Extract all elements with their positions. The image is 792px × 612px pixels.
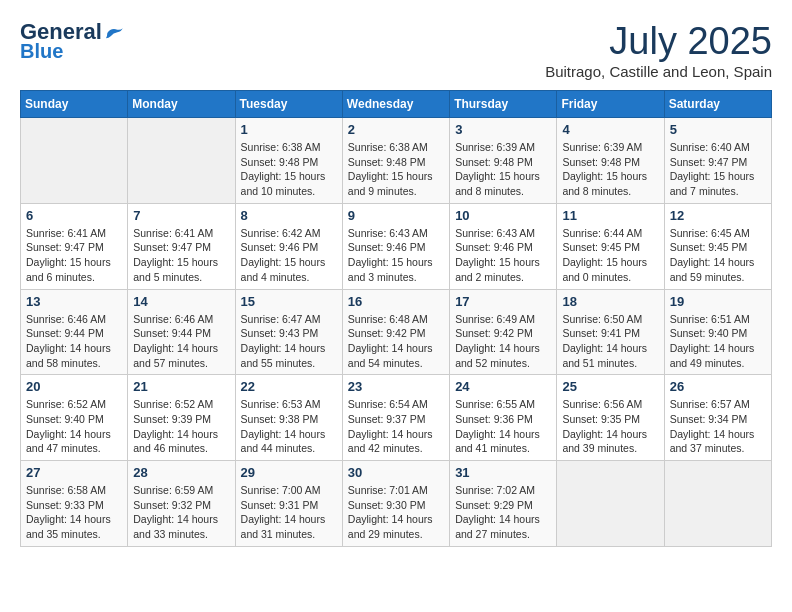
- day-info: Sunrise: 7:02 AM Sunset: 9:29 PM Dayligh…: [455, 483, 551, 542]
- day-info: Sunrise: 6:57 AM Sunset: 9:34 PM Dayligh…: [670, 397, 766, 456]
- day-info: Sunrise: 6:43 AM Sunset: 9:46 PM Dayligh…: [348, 226, 444, 285]
- day-cell: 17Sunrise: 6:49 AM Sunset: 9:42 PM Dayli…: [450, 289, 557, 375]
- header-day-monday: Monday: [128, 91, 235, 118]
- day-number: 18: [562, 294, 658, 309]
- day-number: 19: [670, 294, 766, 309]
- day-number: 13: [26, 294, 122, 309]
- day-number: 22: [241, 379, 337, 394]
- day-cell: 2Sunrise: 6:38 AM Sunset: 9:48 PM Daylig…: [342, 118, 449, 204]
- day-cell: 18Sunrise: 6:50 AM Sunset: 9:41 PM Dayli…: [557, 289, 664, 375]
- day-info: Sunrise: 6:45 AM Sunset: 9:45 PM Dayligh…: [670, 226, 766, 285]
- day-number: 5: [670, 122, 766, 137]
- day-info: Sunrise: 6:54 AM Sunset: 9:37 PM Dayligh…: [348, 397, 444, 456]
- day-cell: 14Sunrise: 6:46 AM Sunset: 9:44 PM Dayli…: [128, 289, 235, 375]
- day-cell: 29Sunrise: 7:00 AM Sunset: 9:31 PM Dayli…: [235, 461, 342, 547]
- day-info: Sunrise: 6:44 AM Sunset: 9:45 PM Dayligh…: [562, 226, 658, 285]
- month-title: July 2025: [545, 20, 772, 63]
- day-cell: 12Sunrise: 6:45 AM Sunset: 9:45 PM Dayli…: [664, 203, 771, 289]
- day-number: 26: [670, 379, 766, 394]
- week-row-1: 6Sunrise: 6:41 AM Sunset: 9:47 PM Daylig…: [21, 203, 772, 289]
- header-day-sunday: Sunday: [21, 91, 128, 118]
- day-info: Sunrise: 6:58 AM Sunset: 9:33 PM Dayligh…: [26, 483, 122, 542]
- day-cell: 31Sunrise: 7:02 AM Sunset: 9:29 PM Dayli…: [450, 461, 557, 547]
- day-cell: 13Sunrise: 6:46 AM Sunset: 9:44 PM Dayli…: [21, 289, 128, 375]
- day-cell: 28Sunrise: 6:59 AM Sunset: 9:32 PM Dayli…: [128, 461, 235, 547]
- day-cell: 6Sunrise: 6:41 AM Sunset: 9:47 PM Daylig…: [21, 203, 128, 289]
- day-info: Sunrise: 6:50 AM Sunset: 9:41 PM Dayligh…: [562, 312, 658, 371]
- header-day-thursday: Thursday: [450, 91, 557, 118]
- day-cell: [21, 118, 128, 204]
- day-cell: [664, 461, 771, 547]
- day-cell: 10Sunrise: 6:43 AM Sunset: 9:46 PM Dayli…: [450, 203, 557, 289]
- day-info: Sunrise: 7:00 AM Sunset: 9:31 PM Dayligh…: [241, 483, 337, 542]
- day-number: 15: [241, 294, 337, 309]
- logo-blue: Blue: [20, 40, 63, 62]
- day-info: Sunrise: 7:01 AM Sunset: 9:30 PM Dayligh…: [348, 483, 444, 542]
- day-info: Sunrise: 6:48 AM Sunset: 9:42 PM Dayligh…: [348, 312, 444, 371]
- day-cell: 22Sunrise: 6:53 AM Sunset: 9:38 PM Dayli…: [235, 375, 342, 461]
- week-row-0: 1Sunrise: 6:38 AM Sunset: 9:48 PM Daylig…: [21, 118, 772, 204]
- day-info: Sunrise: 6:38 AM Sunset: 9:48 PM Dayligh…: [348, 140, 444, 199]
- day-cell: 11Sunrise: 6:44 AM Sunset: 9:45 PM Dayli…: [557, 203, 664, 289]
- day-number: 21: [133, 379, 229, 394]
- day-info: Sunrise: 6:41 AM Sunset: 9:47 PM Dayligh…: [26, 226, 122, 285]
- day-number: 3: [455, 122, 551, 137]
- day-number: 17: [455, 294, 551, 309]
- day-number: 27: [26, 465, 122, 480]
- location: Buitrago, Castille and Leon, Spain: [545, 63, 772, 80]
- day-cell: 7Sunrise: 6:41 AM Sunset: 9:47 PM Daylig…: [128, 203, 235, 289]
- header-day-friday: Friday: [557, 91, 664, 118]
- week-row-4: 27Sunrise: 6:58 AM Sunset: 9:33 PM Dayli…: [21, 461, 772, 547]
- day-info: Sunrise: 6:52 AM Sunset: 9:40 PM Dayligh…: [26, 397, 122, 456]
- day-info: Sunrise: 6:55 AM Sunset: 9:36 PM Dayligh…: [455, 397, 551, 456]
- day-number: 29: [241, 465, 337, 480]
- day-info: Sunrise: 6:39 AM Sunset: 9:48 PM Dayligh…: [562, 140, 658, 199]
- day-info: Sunrise: 6:59 AM Sunset: 9:32 PM Dayligh…: [133, 483, 229, 542]
- calendar-header: SundayMondayTuesdayWednesdayThursdayFrid…: [21, 91, 772, 118]
- day-info: Sunrise: 6:42 AM Sunset: 9:46 PM Dayligh…: [241, 226, 337, 285]
- day-number: 9: [348, 208, 444, 223]
- logo: General Blue: [20, 20, 124, 62]
- calendar-table: SundayMondayTuesdayWednesdayThursdayFrid…: [20, 90, 772, 547]
- day-number: 16: [348, 294, 444, 309]
- day-info: Sunrise: 6:51 AM Sunset: 9:40 PM Dayligh…: [670, 312, 766, 371]
- day-info: Sunrise: 6:38 AM Sunset: 9:48 PM Dayligh…: [241, 140, 337, 199]
- day-info: Sunrise: 6:39 AM Sunset: 9:48 PM Dayligh…: [455, 140, 551, 199]
- day-number: 23: [348, 379, 444, 394]
- header-day-saturday: Saturday: [664, 91, 771, 118]
- day-info: Sunrise: 6:41 AM Sunset: 9:47 PM Dayligh…: [133, 226, 229, 285]
- day-info: Sunrise: 6:46 AM Sunset: 9:44 PM Dayligh…: [133, 312, 229, 371]
- day-number: 20: [26, 379, 122, 394]
- day-number: 14: [133, 294, 229, 309]
- title-area: July 2025 Buitrago, Castille and Leon, S…: [545, 20, 772, 80]
- calendar-body: 1Sunrise: 6:38 AM Sunset: 9:48 PM Daylig…: [21, 118, 772, 547]
- week-row-2: 13Sunrise: 6:46 AM Sunset: 9:44 PM Dayli…: [21, 289, 772, 375]
- day-info: Sunrise: 6:49 AM Sunset: 9:42 PM Dayligh…: [455, 312, 551, 371]
- day-number: 28: [133, 465, 229, 480]
- day-cell: [557, 461, 664, 547]
- day-info: Sunrise: 6:53 AM Sunset: 9:38 PM Dayligh…: [241, 397, 337, 456]
- day-number: 25: [562, 379, 658, 394]
- day-cell: [128, 118, 235, 204]
- day-cell: 23Sunrise: 6:54 AM Sunset: 9:37 PM Dayli…: [342, 375, 449, 461]
- day-info: Sunrise: 6:47 AM Sunset: 9:43 PM Dayligh…: [241, 312, 337, 371]
- day-info: Sunrise: 6:52 AM Sunset: 9:39 PM Dayligh…: [133, 397, 229, 456]
- day-cell: 15Sunrise: 6:47 AM Sunset: 9:43 PM Dayli…: [235, 289, 342, 375]
- day-number: 12: [670, 208, 766, 223]
- day-cell: 16Sunrise: 6:48 AM Sunset: 9:42 PM Dayli…: [342, 289, 449, 375]
- day-cell: 19Sunrise: 6:51 AM Sunset: 9:40 PM Dayli…: [664, 289, 771, 375]
- day-cell: 9Sunrise: 6:43 AM Sunset: 9:46 PM Daylig…: [342, 203, 449, 289]
- day-info: Sunrise: 6:46 AM Sunset: 9:44 PM Dayligh…: [26, 312, 122, 371]
- day-cell: 21Sunrise: 6:52 AM Sunset: 9:39 PM Dayli…: [128, 375, 235, 461]
- day-number: 2: [348, 122, 444, 137]
- day-number: 10: [455, 208, 551, 223]
- day-cell: 1Sunrise: 6:38 AM Sunset: 9:48 PM Daylig…: [235, 118, 342, 204]
- day-cell: 20Sunrise: 6:52 AM Sunset: 9:40 PM Dayli…: [21, 375, 128, 461]
- header-day-tuesday: Tuesday: [235, 91, 342, 118]
- day-number: 6: [26, 208, 122, 223]
- header-day-wednesday: Wednesday: [342, 91, 449, 118]
- header-row: SundayMondayTuesdayWednesdayThursdayFrid…: [21, 91, 772, 118]
- day-info: Sunrise: 6:43 AM Sunset: 9:46 PM Dayligh…: [455, 226, 551, 285]
- day-cell: 24Sunrise: 6:55 AM Sunset: 9:36 PM Dayli…: [450, 375, 557, 461]
- day-number: 11: [562, 208, 658, 223]
